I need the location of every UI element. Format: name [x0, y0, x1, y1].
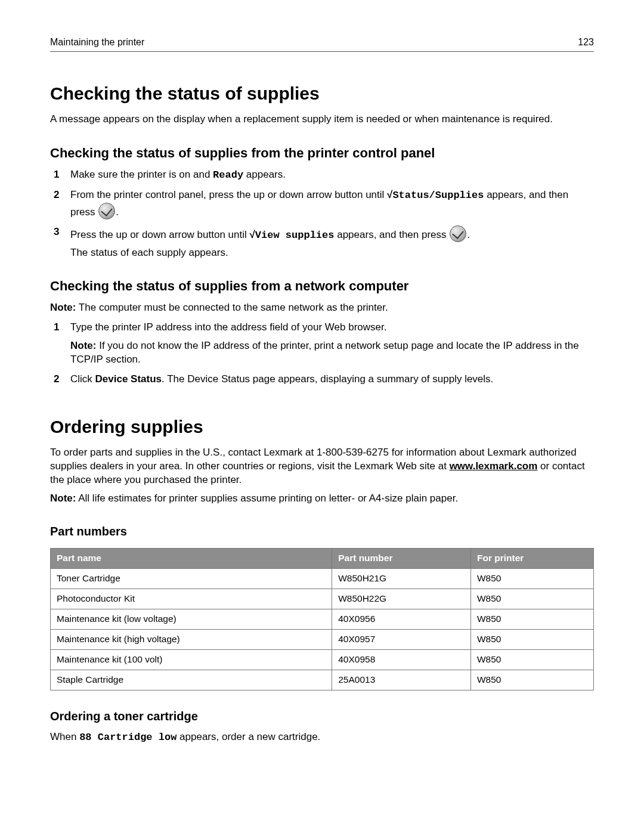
- table-row: Staple Cartridge25A0013W850: [51, 670, 594, 690]
- note-text: If you do not know the IP address of the…: [70, 340, 579, 365]
- table-cell: 40X0957: [332, 629, 471, 649]
- step-text: Type the printer IP address into the add…: [70, 321, 386, 333]
- table-cell: W850: [470, 629, 593, 649]
- lexmark-link[interactable]: www.lexmark.com: [450, 460, 538, 472]
- text: appears, order a new cartridge.: [177, 731, 320, 742]
- table-cell: W850: [470, 589, 593, 609]
- list-item: Type the printer IP address into the add…: [50, 321, 594, 367]
- ui-label-device-status: Device Status: [95, 373, 162, 385]
- table-row: Photoconductor KitW850H22GW850: [51, 589, 594, 609]
- header-page-number: 123: [578, 36, 594, 49]
- heading-from-network-computer: Checking the status of supplies from a n…: [50, 277, 594, 295]
- page-header: Maintaining the printer 123: [50, 36, 594, 52]
- note-text: All life estimates for printer supplies …: [76, 493, 458, 504]
- col-for-printer: For printer: [470, 549, 593, 569]
- table-cell: W850: [470, 569, 593, 589]
- heading-part-numbers: Part numbers: [50, 524, 594, 540]
- table-cell: W850: [470, 670, 593, 690]
- table-header-row: Part name Part number For printer: [51, 549, 594, 569]
- list-item: From the printer control panel, press th…: [50, 188, 594, 219]
- step-text: . The Device Status page appears, displa…: [162, 373, 493, 385]
- table-cell: W850H21G: [332, 569, 471, 589]
- header-section-title: Maintaining the printer: [50, 36, 144, 49]
- heading-from-control-panel: Checking the status of supplies from the…: [50, 144, 594, 162]
- step-text: .: [467, 229, 470, 240]
- table-row: Maintenance kit (low voltage)40X0956W850: [51, 609, 594, 629]
- intro-paragraph: A message appears on the display when a …: [50, 113, 594, 126]
- col-part-name: Part name: [51, 549, 332, 569]
- table-cell: W850H22G: [332, 589, 471, 609]
- step-text: .: [116, 206, 119, 218]
- note-text: The computer must be connected to the sa…: [76, 302, 388, 313]
- select-button-icon: [450, 225, 466, 242]
- display-text-ready: Ready: [213, 169, 243, 181]
- table-row: Toner CartridgeW850H21GW850: [51, 569, 594, 589]
- list-item: Click Device Status. The Device Status p…: [50, 373, 594, 386]
- step-text: appears.: [243, 169, 286, 180]
- note-network: Note: The computer must be connected to …: [50, 301, 594, 315]
- table-cell: Maintenance kit (low voltage): [51, 609, 332, 629]
- table-cell: Photoconductor Kit: [51, 589, 332, 609]
- display-text-view-supplies: View supplies: [255, 230, 335, 241]
- table-cell: 40X0956: [332, 609, 471, 629]
- display-text-cartridge-low: 88 Cartridge low: [79, 732, 177, 743]
- list-item: Make sure the printer is on and Ready ap…: [50, 168, 594, 182]
- steps-network: Type the printer IP address into the add…: [50, 321, 594, 386]
- table-cell: Maintenance kit (100 volt): [51, 649, 332, 670]
- part-numbers-table: Part name Part number For printer Toner …: [50, 548, 594, 690]
- table-cell: W850: [470, 609, 593, 629]
- note-label: Note:: [70, 340, 96, 351]
- step-text: From the printer control panel, press th…: [70, 189, 387, 200]
- heading-checking-status: Checking the status of supplies: [50, 82, 594, 106]
- note-label: Note:: [50, 493, 76, 504]
- table-cell: Staple Cartridge: [51, 670, 332, 690]
- step-text: Click: [70, 373, 95, 385]
- step-text: Make sure the printer is on and: [70, 169, 213, 180]
- note-ip: Note: If you do not know the IP address …: [70, 339, 594, 367]
- table-row: Maintenance kit (100 volt)40X0958W850: [51, 649, 594, 670]
- table-cell: 25A0013: [332, 670, 471, 690]
- check-mark-icon: √: [250, 229, 255, 240]
- heading-ordering-toner: Ordering a toner cartridge: [50, 708, 594, 724]
- ordering-paragraph: To order parts and supplies in the U.S.,…: [50, 446, 594, 487]
- list-item: Press the up or down arrow button until …: [50, 225, 594, 260]
- display-text-status-supplies: Status/Supplies: [392, 190, 484, 201]
- col-part-number: Part number: [332, 549, 471, 569]
- text: When: [50, 731, 79, 742]
- check-mark-icon: √: [387, 189, 392, 200]
- table-cell: Maintenance kit (high voltage): [51, 629, 332, 649]
- heading-ordering-supplies: Ordering supplies: [50, 415, 594, 439]
- step-text: appears, and then press: [334, 229, 449, 240]
- table-cell: Toner Cartridge: [51, 569, 332, 589]
- steps-control-panel: Make sure the printer is on and Ready ap…: [50, 168, 594, 260]
- step-text: Press the up or down arrow button until: [70, 229, 250, 240]
- table-cell: W850: [470, 649, 593, 670]
- table-cell: 40X0958: [332, 649, 471, 670]
- note-life-estimates: Note: All life estimates for printer sup…: [50, 492, 594, 506]
- note-label: Note:: [50, 302, 76, 313]
- toner-paragraph: When 88 Cartridge low appears, order a n…: [50, 730, 594, 745]
- select-button-icon: [98, 203, 115, 219]
- step-result: The status of each supply appears.: [70, 246, 594, 260]
- table-row: Maintenance kit (high voltage)40X0957W85…: [51, 629, 594, 649]
